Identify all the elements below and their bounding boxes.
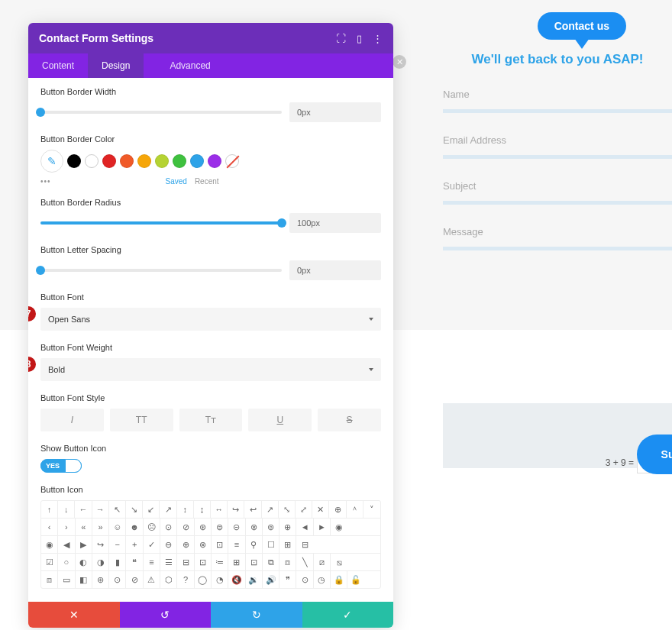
swatch-none[interactable] bbox=[225, 154, 239, 168]
icon-choice[interactable]: ◯ bbox=[195, 571, 212, 588]
style-strike[interactable]: S bbox=[318, 409, 381, 431]
icon-choice[interactable]: ⧈ bbox=[41, 571, 58, 588]
tab-advanced[interactable]: Advanced bbox=[156, 53, 224, 78]
border-width-value[interactable] bbox=[289, 102, 381, 122]
icon-choice[interactable]: ⊙ bbox=[160, 519, 177, 535]
icon-choice[interactable]: ⬡ bbox=[160, 571, 177, 588]
icon-choice[interactable]: ✓ bbox=[144, 536, 160, 553]
icon-choice[interactable]: ↗ bbox=[160, 501, 176, 518]
icon-choice[interactable]: ⧅ bbox=[331, 554, 347, 570]
icon-choice[interactable]: ⧉ bbox=[263, 554, 279, 570]
icon-choice[interactable]: « bbox=[76, 519, 92, 535]
icon-choice[interactable]: ≡ bbox=[228, 536, 245, 553]
icon-choice[interactable]: ⊕ bbox=[177, 536, 194, 553]
icon-choice[interactable]: ❞ bbox=[279, 571, 296, 588]
icon-choice[interactable]: ↙ bbox=[143, 501, 160, 518]
icon-choice[interactable]: ⊛ bbox=[92, 571, 109, 588]
icon-choice[interactable]: 🔒 bbox=[331, 571, 347, 588]
icon-choice[interactable]: ⊝ bbox=[228, 519, 245, 535]
icon-choice[interactable]: ⊟ bbox=[296, 536, 313, 553]
icon-choice[interactable]: ≡ bbox=[144, 554, 160, 570]
icon-choice[interactable]: ⊞ bbox=[279, 536, 296, 553]
tab-content[interactable]: Content bbox=[28, 53, 88, 78]
icon-choice[interactable]: ˅ bbox=[363, 501, 380, 518]
icon-choice[interactable]: ✕ bbox=[312, 501, 329, 518]
cancel-button[interactable]: ✕ bbox=[28, 602, 120, 628]
icon-choice[interactable]: ◷ bbox=[314, 571, 331, 588]
icon-choice[interactable]: ◑ bbox=[92, 554, 109, 570]
border-radius-slider[interactable] bbox=[40, 221, 282, 225]
swatch-black[interactable] bbox=[67, 154, 81, 168]
icon-choice[interactable]: → bbox=[92, 501, 109, 518]
swatch-white[interactable] bbox=[85, 154, 99, 168]
icon-choice[interactable]: ⊗ bbox=[246, 519, 263, 535]
saved-link[interactable]: Saved bbox=[166, 177, 187, 186]
icon-choice[interactable]: ⊟ bbox=[177, 554, 194, 570]
icon-choice[interactable]: ⊘ bbox=[177, 519, 194, 535]
icon-choice[interactable]: ⊘ bbox=[126, 571, 143, 588]
icon-choice[interactable]: ≔ bbox=[212, 554, 228, 570]
swatch-purple[interactable] bbox=[208, 154, 221, 168]
icon-choice[interactable]: ◄ bbox=[296, 519, 313, 535]
icon-choice[interactable]: ⊙ bbox=[296, 571, 313, 588]
icon-choice[interactable]: ⚠ bbox=[144, 571, 160, 588]
style-italic[interactable]: I bbox=[40, 409, 104, 431]
font-weight-select[interactable]: Bold bbox=[40, 358, 381, 381]
icon-choice[interactable]: ☰ bbox=[160, 554, 177, 570]
icon-choice[interactable]: ↨ bbox=[194, 501, 211, 518]
icon-choice[interactable]: ▶ bbox=[76, 536, 92, 553]
style-uppercase[interactable]: TT bbox=[110, 409, 173, 431]
icon-choice[interactable]: ☺ bbox=[109, 519, 126, 535]
field-email[interactable]: Email Address bbox=[443, 130, 672, 155]
redo-button[interactable]: ↻ bbox=[211, 602, 302, 628]
icon-choice[interactable]: ⊡ bbox=[246, 554, 263, 570]
icon-choice[interactable]: ⊜ bbox=[212, 519, 228, 535]
icon-choice[interactable]: ⤢ bbox=[296, 501, 312, 518]
swatch-green[interactable] bbox=[173, 154, 186, 168]
contact-us-badge[interactable]: Contact us bbox=[538, 12, 626, 40]
save-button[interactable]: ✓ bbox=[302, 602, 394, 628]
font-select[interactable]: Open Sans bbox=[40, 308, 381, 331]
icon-choice[interactable]: 🔓 bbox=[347, 571, 364, 588]
icon-choice[interactable]: ↪ bbox=[92, 536, 109, 553]
icon-choice[interactable]: ↖ bbox=[109, 501, 126, 518]
recent-link[interactable]: Recent bbox=[195, 177, 219, 186]
icon-choice[interactable]: + bbox=[126, 536, 143, 553]
icon-choice[interactable]: ⊡ bbox=[212, 536, 228, 553]
icon-choice[interactable]: ⧈ bbox=[279, 554, 296, 570]
icon-choice[interactable]: ◐ bbox=[76, 554, 92, 570]
swatch-orange[interactable] bbox=[120, 154, 134, 168]
border-width-slider[interactable] bbox=[40, 111, 282, 114]
icon-choice[interactable]: ☐ bbox=[263, 536, 279, 553]
border-radius-value[interactable] bbox=[289, 213, 381, 233]
icon-choice[interactable]: ‹ bbox=[41, 519, 58, 535]
icon-choice[interactable]: ? bbox=[177, 571, 194, 588]
icon-choice[interactable]: ⊞ bbox=[228, 554, 245, 570]
icon-choice[interactable]: ↪ bbox=[228, 501, 244, 518]
undo-button[interactable]: ↺ bbox=[120, 602, 212, 628]
columns-icon[interactable]: ▯ bbox=[357, 33, 362, 44]
icon-choice[interactable]: ◉ bbox=[331, 519, 347, 535]
icon-choice[interactable]: ↓ bbox=[58, 501, 75, 518]
expand-icon[interactable]: ⛶ bbox=[336, 33, 346, 44]
icon-choice[interactable]: ↕ bbox=[177, 501, 194, 518]
icon-choice[interactable]: 🔊 bbox=[263, 571, 279, 588]
icon-choice[interactable]: ◔ bbox=[212, 571, 228, 588]
icon-choice[interactable]: ◧ bbox=[76, 571, 92, 588]
icon-choice[interactable]: ╲ bbox=[296, 554, 313, 570]
submit-button[interactable]: Sub bbox=[637, 435, 672, 474]
field-name[interactable]: Name bbox=[443, 84, 672, 109]
icon-choice[interactable]: ⊗ bbox=[195, 536, 212, 553]
letter-spacing-slider[interactable] bbox=[40, 269, 282, 272]
icon-choice[interactable]: ⊚ bbox=[263, 519, 279, 535]
swatch-red[interactable] bbox=[102, 154, 116, 168]
icon-choice[interactable]: ▮ bbox=[109, 554, 126, 570]
icon-choice[interactable]: − bbox=[109, 536, 126, 553]
style-underline[interactable]: U bbox=[248, 409, 312, 431]
show-icon-toggle[interactable]: YES bbox=[40, 459, 82, 473]
icon-choice[interactable]: ◀ bbox=[58, 536, 75, 553]
icon-choice[interactable]: ↘ bbox=[126, 501, 143, 518]
icon-choice[interactable]: ► bbox=[314, 519, 331, 535]
icon-choice[interactable]: ○ bbox=[58, 554, 75, 570]
icon-choice[interactable]: ☹ bbox=[144, 519, 160, 535]
